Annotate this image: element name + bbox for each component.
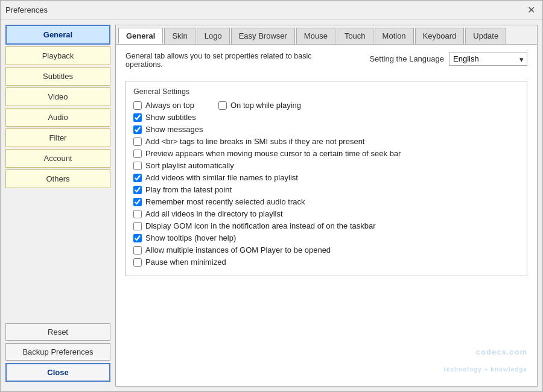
- checkbox-preview-seek: Preview appears when moving mouse cursor…: [133, 149, 519, 158]
- tab-easy-browser[interactable]: Easy Browser: [231, 28, 295, 44]
- backup-preferences-button[interactable]: Backup Preferences: [5, 343, 110, 361]
- checkbox-add-all-videos: Add all videos in the directory to playl…: [133, 209, 519, 218]
- always-on-top-label: Always on top: [145, 101, 194, 110]
- show-subtitles-checkbox[interactable]: [133, 113, 142, 122]
- checkbox-show-messages: Show messages: [133, 125, 519, 134]
- sidebar-actions: Reset Backup Preferences Close: [5, 323, 110, 387]
- on-top-while-playing-label: On top while playing: [230, 101, 301, 110]
- checkbox-display-gom-icon: Display GOM icon in the notification are…: [133, 221, 519, 230]
- sort-playlist-checkbox[interactable]: [133, 162, 142, 170]
- add-similar-videos-checkbox[interactable]: [133, 174, 142, 182]
- add-all-videos-label: Add all videos in the directory to playl…: [145, 209, 283, 218]
- tab-description: General tab allows you to set properties…: [125, 52, 331, 69]
- sidebar-item-video[interactable]: Video: [5, 87, 110, 106]
- checkbox-always-on-top: Always on top: [133, 101, 194, 110]
- first-row: Always on top On top while playing: [133, 101, 519, 113]
- checkbox-pause-minimized: Pause when minimized: [133, 258, 519, 267]
- tab-motion[interactable]: Motion: [375, 28, 414, 44]
- on-top-while-playing-checkbox[interactable]: [218, 101, 227, 110]
- checkbox-add-similar-videos: Add videos with similar file names to pl…: [133, 173, 519, 182]
- watermark-sub: technology + knowledge: [444, 366, 527, 373]
- remember-audio-track-checkbox[interactable]: [133, 198, 142, 206]
- show-messages-checkbox[interactable]: [133, 125, 142, 134]
- pause-minimized-label: Pause when minimized: [145, 258, 226, 267]
- sidebar-item-account[interactable]: Account: [5, 149, 110, 168]
- checkbox-remember-audio-track: Remember most recently selected audio tr…: [133, 197, 519, 206]
- show-tooltips-checkbox[interactable]: [133, 234, 142, 242]
- sidebar-item-filter[interactable]: Filter: [5, 128, 110, 147]
- watermark: codecs.com technology + knowledge: [444, 342, 527, 376]
- checkbox-play-latest-point: Play from the latest point: [133, 185, 519, 194]
- language-select[interactable]: English Korean Japanese Chinese French G…: [449, 52, 527, 66]
- tab-skin[interactable]: Skin: [164, 28, 195, 44]
- tab-update[interactable]: Update: [465, 28, 506, 44]
- settings-group: General Settings Always on top On top wh…: [125, 81, 527, 276]
- content-area: General Skin Logo Easy Browser Mouse Tou…: [115, 25, 538, 387]
- watermark-text: codecs.com: [476, 347, 527, 356]
- checkbox-on-top-playing: On top while playing: [218, 101, 301, 110]
- language-label: Setting the Language: [369, 54, 444, 63]
- tab-keyboard[interactable]: Keyboard: [415, 28, 465, 44]
- show-subtitles-label: Show subtitles: [145, 113, 196, 122]
- preview-seek-label: Preview appears when moving mouse cursor…: [145, 149, 401, 158]
- checkbox-sort-playlist: Sort playlist automatically: [133, 161, 519, 170]
- pause-minimized-checkbox[interactable]: [133, 258, 142, 267]
- sidebar-item-audio[interactable]: Audio: [5, 108, 110, 127]
- tab-mouse[interactable]: Mouse: [296, 28, 335, 44]
- language-row: Setting the Language English Korean Japa…: [369, 52, 527, 66]
- tab-general[interactable]: General: [118, 28, 163, 44]
- always-on-top-checkbox[interactable]: [133, 101, 142, 110]
- display-gom-icon-label: Display GOM icon in the notification are…: [145, 221, 376, 230]
- checkbox-add-br-tags: Add <br> tags to line breaks in SMI subs…: [133, 137, 519, 146]
- titlebar: Preferences ✕: [1, 1, 542, 20]
- add-br-tags-checkbox[interactable]: [133, 138, 142, 146]
- sidebar: General Playback Subtitles Video Audio F…: [1, 20, 115, 391]
- sidebar-item-others[interactable]: Others: [5, 169, 110, 188]
- checkbox-show-tooltips: Show tooltips (hover help): [133, 233, 519, 242]
- tab-bar: General Skin Logo Easy Browser Mouse Tou…: [116, 25, 537, 45]
- checkbox-show-subtitles: Show subtitles: [133, 113, 519, 122]
- sidebar-item-playback[interactable]: Playback: [5, 46, 110, 65]
- sidebar-item-subtitles[interactable]: Subtitles: [5, 67, 110, 86]
- preferences-window: Preferences ✕ General Playback Subtitles…: [0, 0, 543, 392]
- show-tooltips-label: Show tooltips (hover help): [145, 233, 236, 242]
- play-latest-point-checkbox[interactable]: [133, 186, 142, 194]
- show-messages-label: Show messages: [145, 125, 203, 134]
- tab-content-general: General tab allows you to set properties…: [116, 45, 537, 386]
- allow-multiple-instances-checkbox[interactable]: [133, 246, 142, 254]
- remember-audio-track-label: Remember most recently selected audio tr…: [145, 197, 305, 206]
- preview-seek-checkbox[interactable]: [133, 150, 142, 158]
- window-close-button[interactable]: ✕: [524, 4, 538, 17]
- add-similar-videos-label: Add videos with similar file names to pl…: [145, 173, 298, 182]
- window-title: Preferences: [5, 5, 48, 14]
- sidebar-item-general[interactable]: General: [5, 25, 110, 45]
- main-content: General Playback Subtitles Video Audio F…: [1, 20, 542, 391]
- sort-playlist-label: Sort playlist automatically: [145, 161, 234, 170]
- allow-multiple-instances-label: Allow multiple instances of GOM Player t…: [145, 245, 331, 254]
- settings-group-label: General Settings: [133, 87, 519, 96]
- add-all-videos-checkbox[interactable]: [133, 210, 142, 218]
- reset-button[interactable]: Reset: [5, 323, 110, 341]
- tab-logo[interactable]: Logo: [197, 28, 230, 44]
- add-br-tags-label: Add <br> tags to line breaks in SMI subs…: [145, 137, 364, 146]
- language-select-wrap: English Korean Japanese Chinese French G…: [449, 52, 527, 66]
- checkbox-allow-multiple-instances: Allow multiple instances of GOM Player t…: [133, 245, 519, 254]
- close-button[interactable]: Close: [5, 363, 110, 382]
- play-latest-point-label: Play from the latest point: [145, 185, 232, 194]
- tab-touch[interactable]: Touch: [337, 28, 373, 44]
- display-gom-icon-checkbox[interactable]: [133, 222, 142, 230]
